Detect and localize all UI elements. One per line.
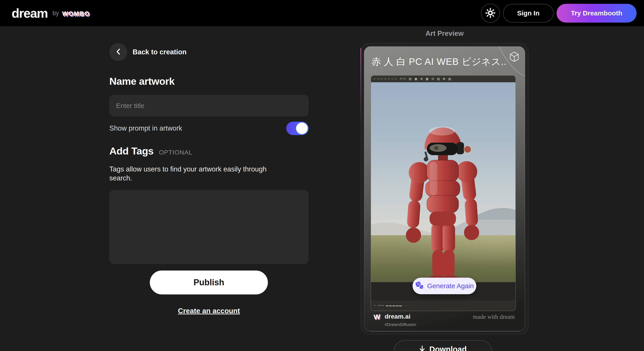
- download-label: Download: [429, 345, 467, 351]
- name-artwork-heading: Name artwork: [109, 76, 175, 87]
- download-arrow-icon: [419, 345, 425, 351]
- card-footer: W dream.ai #DreamDiffusion made with dre…: [374, 313, 515, 327]
- show-prompt-toggle[interactable]: [286, 122, 308, 135]
- generate-again-label: Generate Again: [427, 282, 474, 290]
- wombo-logo[interactable]: WOMBO: [62, 10, 90, 17]
- toggle-knob: [296, 122, 308, 134]
- dream-logo[interactable]: dream: [12, 6, 48, 20]
- red-robot-figure: [371, 82, 516, 311]
- add-tags-heading: Add Tags: [109, 145, 154, 157]
- tags-input[interactable]: [109, 190, 308, 264]
- artwork-title: 赤 人 白 PC AI WEB ビジネス...: [372, 56, 506, 68]
- page: dream by WOMBO: [0, 0, 644, 351]
- title-input[interactable]: [109, 95, 308, 116]
- hashtag-label: #DreamDiffusion: [384, 322, 416, 327]
- tags-heading-row: Add Tags OPTIONAL: [109, 145, 192, 157]
- generate-again-button[interactable]: Generate Again: [412, 278, 476, 294]
- back-button[interactable]: [109, 43, 127, 61]
- made-with-label: made with dream: [473, 313, 515, 320]
- view-3d-button[interactable]: [509, 52, 520, 62]
- download-button[interactable]: Download: [394, 340, 492, 351]
- optional-badge: OPTIONAL: [159, 149, 192, 156]
- sun-icon: [485, 8, 496, 19]
- create-account-link[interactable]: Create an account: [109, 307, 308, 315]
- wombo-w-icon: W: [374, 313, 380, 321]
- theme-toggle-button[interactable]: [481, 4, 500, 23]
- cube-icon: [510, 60, 519, 63]
- logo-group[interactable]: dream by WOMBO: [12, 0, 90, 26]
- preview-frame: 赤 人 白 PC AI WEB ビジネス... ∼∼∼∼∼∼∼ ⊓⊓ ▤ ▣ ⊞…: [361, 43, 528, 334]
- publish-button[interactable]: Publish: [150, 270, 268, 294]
- chevron-left-icon: [116, 48, 121, 56]
- try-dreambooth-button[interactable]: Try Dreambooth: [556, 4, 636, 22]
- back-row: Back to creation: [109, 43, 186, 61]
- artwork-card: 赤 人 白 PC AI WEB ビジネス... ∼∼∼∼∼∼∼ ⊓⊓ ▤ ▣ ⊞…: [364, 46, 525, 331]
- artwork-toolbar-glyphs: ∼∼∼∼∼∼∼ ⊓⊓ ▤ ▣ ⊞ ▦ ⊟ ▧ ⊠ ▨: [371, 76, 516, 82]
- show-prompt-label: Show prompt in artwork: [109, 124, 182, 132]
- dice-icon: [415, 281, 424, 291]
- artwork-image: ∼∼∼∼∼∼∼ ⊓⊓ ▤ ▣ ⊞ ▦ ⊟ ▧ ⊠ ▨ ⌐ ▪▪▪▪ ▬▬▬▬▬ …: [371, 75, 516, 311]
- back-label[interactable]: Back to creation: [132, 48, 186, 56]
- logo-by-text: by: [52, 10, 59, 17]
- tags-help-text: Tags allow users to find your artwork ea…: [109, 165, 287, 183]
- navbar: dream by WOMBO: [0, 0, 644, 26]
- sign-in-button[interactable]: Sign In: [503, 4, 554, 22]
- art-preview-heading: Art Preview: [361, 30, 528, 38]
- brand-name: dream.ai: [384, 313, 416, 320]
